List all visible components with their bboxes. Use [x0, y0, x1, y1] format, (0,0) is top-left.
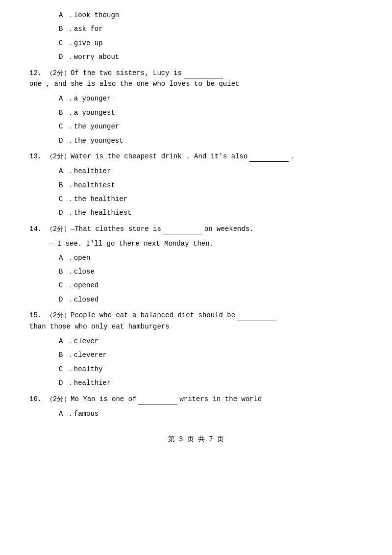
option-text: famous: [74, 410, 98, 418]
q16-number: 16.: [29, 394, 42, 404]
option-text: opened: [74, 281, 98, 289]
q13-text-after: .: [291, 151, 294, 162]
option-letter: D ．: [59, 53, 74, 61]
q13-option-c: C ．the healthier: [20, 194, 372, 204]
q15-blank: [237, 310, 276, 321]
option-letter: C ．: [59, 281, 74, 289]
option-text: close: [74, 268, 95, 276]
option-text: give up: [74, 39, 103, 47]
option-letter: B ．: [59, 351, 74, 359]
q16-option-a: A ．famous: [20, 408, 372, 419]
q15-option-d: D ．healthier: [20, 378, 372, 388]
q15-option-b: B ．cleverer: [20, 350, 372, 360]
q11-option-d: D ．worry about: [20, 51, 372, 62]
q13-text-before: Water is the cheapest drink . And it's a…: [71, 151, 247, 162]
q16-blank: [138, 394, 177, 404]
q13-option-b: B ．healthiest: [20, 180, 372, 191]
option-letter: B ．: [59, 109, 74, 117]
q14-option-b: B ．close: [20, 266, 372, 277]
option-letter: B ．: [59, 25, 74, 33]
option-text: the healthiest: [74, 209, 132, 217]
q15-header: 15. （2分） People who eat a balanced diet …: [20, 310, 372, 332]
option-text: healthier: [74, 167, 111, 175]
option-letter: A ．: [59, 11, 74, 19]
q14-option-c: C ．opened: [20, 280, 372, 291]
q12-blank: [184, 68, 223, 78]
option-text: ask for: [74, 25, 103, 33]
q16-text-after: writers in the world: [179, 394, 262, 404]
q14-header: 14. （2分） —That clothes store is on weeke…: [20, 224, 372, 234]
q11-option-c: C ．give up: [20, 38, 372, 49]
option-text: a youngest: [74, 109, 115, 117]
q15-text-after: than those who only eat hamburgers: [29, 321, 170, 332]
q13-number: 13.: [29, 151, 42, 162]
q14-score: （2分）: [46, 224, 71, 234]
q12-score: （2分）: [46, 68, 71, 78]
option-letter: C ．: [59, 365, 74, 373]
option-text: healthier: [74, 379, 111, 387]
option-letter: B ．: [59, 268, 74, 276]
option-letter: C ．: [59, 123, 74, 130]
q16-score: （2分）: [46, 394, 71, 404]
q13-blank: [249, 151, 289, 162]
q15-text-before: People who eat a balanced diet should be: [71, 310, 235, 321]
option-letter: D ．: [59, 379, 74, 387]
q12-header: 12. （2分） Of the two sisters, Lucy is one…: [20, 68, 372, 90]
option-letter: A ．: [59, 95, 74, 102]
option-letter: A ．: [59, 337, 74, 345]
option-letter: D ．: [59, 296, 74, 303]
q15-option-c: C ．healthy: [20, 364, 372, 375]
q14-text-before: —That clothes store is: [71, 224, 161, 234]
q11-option-b: B ．ask for: [20, 24, 372, 34]
question-12: 12. （2分） Of the two sisters, Lucy is one…: [20, 68, 372, 146]
q12-text-before: Of the two sisters, Lucy is: [71, 68, 182, 78]
option-text: cleverer: [74, 351, 107, 359]
page-footer: 第 3 页 共 7 页: [20, 434, 372, 445]
q14-text-after: on weekends.: [204, 224, 254, 234]
option-text: open: [74, 254, 91, 262]
q12-text-after: one , and she is also the one who loves …: [29, 78, 239, 89]
q14-option-d: D ．closed: [20, 294, 372, 305]
option-text: a younger: [74, 95, 111, 102]
question-13: 13. （2分） Water is the cheapest drink . A…: [20, 151, 372, 219]
option-text: look though: [74, 11, 119, 19]
q11-option-a: A ．look though: [20, 10, 372, 21]
q12-option-c: C ．the younger: [20, 121, 372, 132]
question-14: 14. （2分） —That clothes store is on weeke…: [20, 224, 372, 305]
option-text: healthiest: [74, 181, 115, 189]
option-letter: C ．: [59, 195, 74, 203]
option-letter: C ．: [59, 39, 74, 47]
question-15: 15. （2分） People who eat a balanced diet …: [20, 310, 372, 388]
option-letter: B ．: [59, 181, 74, 189]
option-text: clever: [74, 337, 98, 345]
footer-text: 第 3 页 共 7 页: [168, 435, 224, 443]
option-letter: D ．: [59, 209, 74, 217]
option-letter: A ．: [59, 167, 74, 175]
option-text: the youngest: [74, 137, 123, 145]
q16-header: 16. （2分） Mo Yan is one of writers in the…: [20, 394, 372, 404]
option-text: closed: [74, 296, 98, 303]
q12-option-d: D ．the youngest: [20, 135, 372, 146]
q13-score: （2分）: [46, 151, 71, 162]
q15-number: 15.: [29, 310, 42, 321]
q15-option-a: A ．clever: [20, 336, 372, 347]
q14-number: 14.: [29, 224, 42, 234]
option-text: the younger: [74, 123, 119, 130]
q14-blank: [163, 224, 202, 234]
option-letter: A ．: [59, 254, 74, 262]
option-text: worry about: [74, 53, 119, 61]
q16-text-before: Mo Yan is one of: [71, 394, 136, 404]
question-16: 16. （2分） Mo Yan is one of writers in the…: [20, 394, 372, 420]
option-text: the healthier: [74, 195, 127, 203]
q12-option-a: A ．a younger: [20, 93, 372, 104]
option-text: healthy: [74, 365, 103, 373]
q15-score: （2分）: [46, 310, 71, 321]
q13-option-d: D ．the healthiest: [20, 207, 372, 218]
q13-header: 13. （2分） Water is the cheapest drink . A…: [20, 151, 372, 162]
q12-option-b: B ．a youngest: [20, 107, 372, 118]
q12-number: 12.: [29, 68, 42, 78]
q14-dialog-text: — I see. I'll go there next Monday then.: [49, 240, 214, 248]
q14-dialog: — I see. I'll go there next Monday then.: [20, 238, 372, 249]
q14-option-a: A ．open: [20, 252, 372, 263]
option-letter: A ．: [59, 410, 74, 418]
